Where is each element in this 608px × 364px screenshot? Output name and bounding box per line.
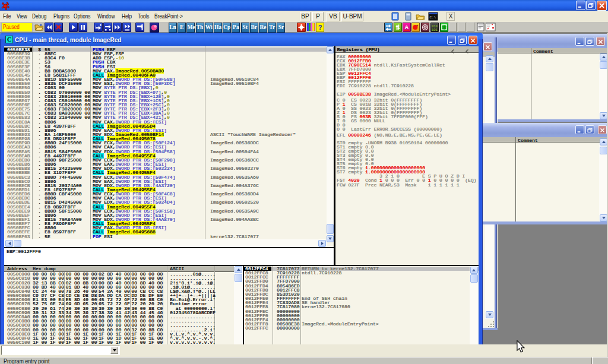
svg-text:A: A [405,24,409,30]
svg-text:101: 101 [432,28,438,31]
svg-text:C:\: C:\ [430,15,436,20]
